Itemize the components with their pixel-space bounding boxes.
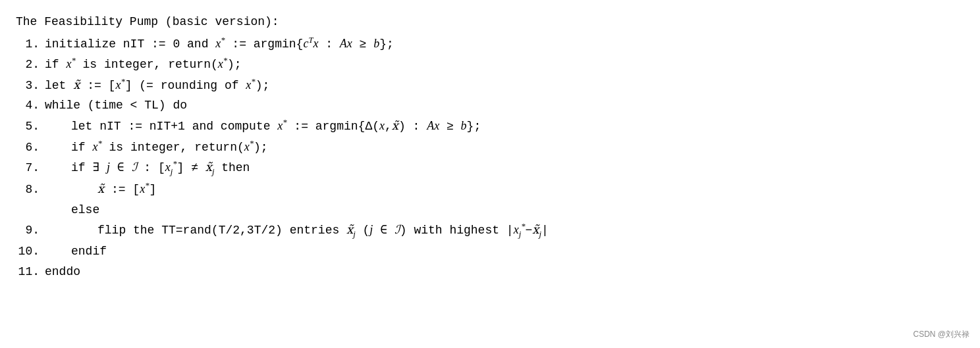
line-number: 1. bbox=[16, 34, 40, 55]
line-content: let nIT := nIT+1 and compute x* := argmi… bbox=[71, 116, 481, 137]
line-number: 11. bbox=[16, 262, 40, 282]
line-number: 9. bbox=[16, 220, 40, 241]
line-number: 8. bbox=[16, 180, 40, 200]
line-content: let x̃ := [x*] (= rounding of x*); bbox=[45, 75, 269, 96]
algorithm-line: 1.initialize nIT := 0 and x* := argmin{c… bbox=[16, 34, 964, 55]
algorithm-line: 9.flip the TT=rand(T/2,3T/2) entries x̃j… bbox=[16, 220, 964, 241]
algorithm-title: The Feasibility Pump (basic version): bbox=[16, 12, 964, 32]
algorithm-line: 6.if x* is integer, return(x*); bbox=[16, 137, 964, 158]
algorithm-line: else bbox=[16, 200, 964, 220]
line-content: if x* is integer, return(x*); bbox=[45, 54, 242, 75]
line-number: 10. bbox=[16, 241, 40, 262]
line-content: else bbox=[71, 200, 99, 220]
algorithm-line: 7.if ∃ j ∈ ℐ : [xj*] ≠ x̃j then bbox=[16, 157, 964, 179]
line-number: 3. bbox=[16, 76, 40, 96]
algorithm-line: 3.let x̃ := [x*] (= rounding of x*); bbox=[16, 75, 964, 96]
line-number: 6. bbox=[16, 137, 40, 158]
algorithm-line: 5.let nIT := nIT+1 and compute x* := arg… bbox=[16, 116, 964, 137]
line-content: flip the TT=rand(T/2,3T/2) entries x̃j (… bbox=[97, 220, 549, 241]
line-content: while (time < TL) do bbox=[45, 95, 187, 116]
line-number: 2. bbox=[16, 55, 40, 75]
watermark: CSDN @刘兴禄 bbox=[913, 329, 969, 340]
algorithm-line: 10.endif bbox=[16, 241, 964, 262]
line-number: 4. bbox=[16, 95, 40, 116]
line-content: endif bbox=[71, 241, 107, 262]
line-number: 7. bbox=[16, 158, 40, 178]
line-content: initialize nIT := 0 and x* := argmin{cTx… bbox=[45, 34, 394, 55]
algorithm-line: 11.enddo bbox=[16, 262, 964, 282]
algorithm-block: The Feasibility Pump (basic version): 1.… bbox=[16, 12, 964, 282]
line-content: if x* is integer, return(x*); bbox=[71, 137, 268, 158]
main-container: The Feasibility Pump (basic version): 1.… bbox=[0, 0, 980, 348]
line-content: x̃ := [x*] bbox=[97, 179, 156, 200]
line-content: enddo bbox=[45, 262, 80, 282]
line-content: if ∃ j ∈ ℐ : [xj*] ≠ x̃j then bbox=[71, 157, 250, 179]
algorithm-line: 2.if x* is integer, return(x*); bbox=[16, 54, 964, 75]
algorithm-line: 8.x̃ := [x*] bbox=[16, 179, 964, 200]
algorithm-line: 4.while (time < TL) do bbox=[16, 95, 964, 116]
line-number: 5. bbox=[16, 116, 40, 137]
